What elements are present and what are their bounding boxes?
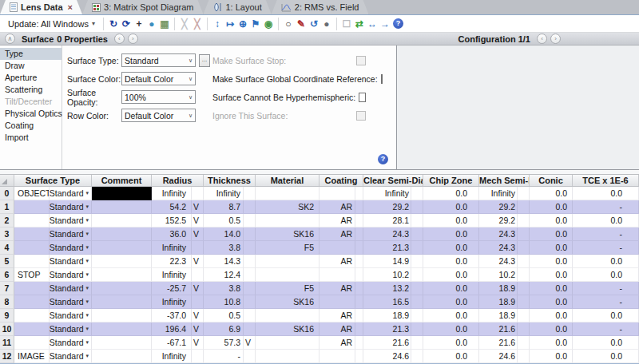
cell-surface-label[interactable] (14, 322, 50, 336)
table-row[interactable]: 8 Standard ▾ Infinity 10.8 SK16 16.5 0.0… (0, 295, 639, 309)
surface-color-select[interactable]: Default Color ∨ (121, 72, 196, 85)
cell-coating-solve[interactable] (355, 255, 363, 268)
next-configuration-button[interactable]: › (550, 34, 561, 44)
swap-icon[interactable]: ⇄ (353, 17, 366, 31)
table-row[interactable]: 6 STOP Standard ▾ Infinity 12.4 10.2 0.0… (0, 268, 639, 282)
cell-coating-solve[interactable] (355, 200, 363, 214)
cell-surface-type[interactable]: Standard ▾ (50, 295, 92, 309)
cell-radius-solve[interactable]: V (192, 214, 204, 228)
update-icon[interactable]: ↻ (107, 17, 120, 31)
surface-type-dropdown-icon[interactable]: ▾ (85, 241, 89, 254)
cell-tce[interactable]: - (573, 200, 639, 214)
cell-radius[interactable]: Infinity (152, 350, 192, 363)
cell-coating[interactable]: AR (320, 322, 355, 336)
cell-material[interactable] (256, 187, 320, 200)
cell-mech-semi-dia[interactable]: 24.3 (479, 241, 518, 255)
surface-type-dropdown-icon[interactable]: ▾ (85, 255, 89, 267)
cell-chip-zone[interactable]: 0.0 (423, 255, 479, 268)
cell-chip-zone[interactable]: 0.0 (423, 187, 479, 200)
cell-coating[interactable] (320, 295, 355, 309)
cell-thickness[interactable]: 3.8 (204, 241, 244, 255)
arrow-to-bar-icon[interactable]: ↦ (224, 17, 236, 31)
row-number[interactable]: 8 (0, 295, 14, 309)
cell-coating-solve[interactable] (355, 214, 363, 228)
next-surface-button[interactable]: › (128, 34, 138, 44)
header-surface-type[interactable]: Surface Type (14, 175, 92, 186)
header-tce[interactable]: TCE x 1E-6 (573, 175, 639, 186)
cell-surface-label[interactable] (14, 255, 50, 268)
cell-clear-semi-dia[interactable]: Infinity (363, 187, 411, 200)
cell-comment[interactable] (92, 322, 152, 336)
cell-radius-solve[interactable]: V (192, 200, 204, 214)
cell-mech-solve[interactable] (518, 322, 530, 336)
cell-comment[interactable] (92, 228, 152, 241)
cell-surface-type[interactable]: Standard ▾ (50, 214, 92, 228)
collapse-panel-button[interactable]: ∧ (5, 34, 15, 44)
cell-thickness-solve[interactable] (244, 350, 256, 363)
row-number[interactable]: 4 (0, 241, 14, 255)
row-number[interactable]: 10 (0, 322, 14, 336)
cell-clear-semi-dia[interactable]: 21.3 (363, 322, 411, 336)
cell-material[interactable] (256, 336, 320, 350)
quick-adjust-icon[interactable]: + (133, 17, 145, 31)
cell-mech-semi-dia[interactable]: 10.2 (479, 268, 518, 282)
cell-conic[interactable]: 0.0 (530, 282, 573, 295)
surface-type-dropdown-icon[interactable]: ▾ (85, 228, 89, 240)
resize-icon[interactable]: ↔ (366, 17, 379, 31)
cell-coating-solve[interactable] (355, 241, 363, 255)
cell-mech-semi-dia[interactable]: 24.3 (479, 255, 518, 268)
cell-material[interactable]: F5 (256, 282, 320, 295)
cell-radius-solve[interactable] (192, 350, 204, 363)
header-corner[interactable] (0, 175, 14, 186)
cell-radius-solve[interactable] (192, 241, 204, 255)
field-flag-icon[interactable]: ⚑ (249, 17, 262, 31)
cell-radius-solve[interactable] (192, 295, 204, 309)
cross-arrows-icon[interactable]: ⊕ (236, 17, 249, 31)
cell-tce[interactable]: 0.0 (573, 309, 639, 322)
cell-thickness[interactable]: 0.5 (204, 214, 244, 228)
cell-tce[interactable]: 0.0 (573, 336, 639, 350)
cell-comment[interactable] (92, 309, 152, 322)
cell-material[interactable] (256, 214, 320, 228)
cell-chip-zone[interactable]: 0.0 (423, 309, 479, 322)
cell-comment[interactable] (92, 336, 152, 350)
surface-type-select[interactable]: Standard ∨ (121, 53, 196, 67)
globe-icon[interactable]: ● (145, 17, 158, 31)
cell-surface-type[interactable]: Standard ▾ (50, 255, 92, 268)
cell-conic[interactable]: 0.0 (530, 309, 573, 322)
header-radius[interactable]: Radius (152, 175, 204, 186)
row-number[interactable]: 2 (0, 214, 14, 228)
cell-clear-solve[interactable] (411, 350, 423, 363)
wavelength-pen-icon[interactable]: ✎ (295, 17, 308, 31)
header-clear-semi-dia[interactable]: Clear Semi-Dia (363, 175, 423, 186)
cell-clear-solve[interactable] (411, 241, 423, 255)
cell-thickness[interactable]: 57.3 (204, 336, 244, 350)
cell-mech-semi-dia[interactable]: 29.2 (479, 200, 518, 214)
cell-surface-type[interactable]: Standard ▾ (50, 200, 92, 214)
tab-layout[interactable]: 1: Layout (204, 0, 272, 14)
cell-radius[interactable]: 36.0 (152, 228, 192, 241)
cell-clear-solve[interactable] (411, 282, 423, 295)
close-tab-icon[interactable]: × (68, 2, 73, 12)
properties-nav-aperture[interactable]: Aperture (0, 72, 62, 84)
properties-nav-coating[interactable]: Coating (0, 120, 62, 132)
cell-chip-zone[interactable]: 0.0 (423, 268, 479, 282)
cell-conic[interactable]: 0.0 (530, 200, 573, 214)
cell-radius[interactable]: 22.3 (152, 255, 192, 268)
cell-material[interactable] (256, 255, 320, 268)
toggle-icon[interactable]: ● (320, 17, 333, 31)
cell-mech-semi-dia[interactable]: 24.6 (479, 350, 518, 363)
cell-mech-semi-dia[interactable]: 18.9 (479, 295, 518, 309)
image-preview-icon[interactable]: ▦ (158, 17, 171, 31)
cell-coating[interactable]: AR (320, 214, 355, 228)
cell-chip-zone[interactable]: 0.0 (423, 322, 479, 336)
surface-type-dropdown-icon[interactable]: ▾ (85, 295, 89, 308)
table-row[interactable]: 3 Standard ▾ 36.0 V 14.0 SK16 AR 24.3 0.… (0, 228, 639, 241)
table-row[interactable]: 5 Standard ▾ 22.3 V 14.3 AR 14.9 0.0 24.… (0, 255, 639, 268)
cell-tce[interactable]: 0.0 (573, 214, 639, 228)
cell-mech-semi-dia[interactable]: 18.9 (479, 309, 518, 322)
properties-nav-scattering[interactable]: Scattering (0, 84, 62, 96)
row-number[interactable]: 5 (0, 255, 14, 268)
cell-tce[interactable]: 0.0 (573, 187, 639, 200)
cell-clear-semi-dia[interactable]: 28.1 (363, 214, 411, 228)
